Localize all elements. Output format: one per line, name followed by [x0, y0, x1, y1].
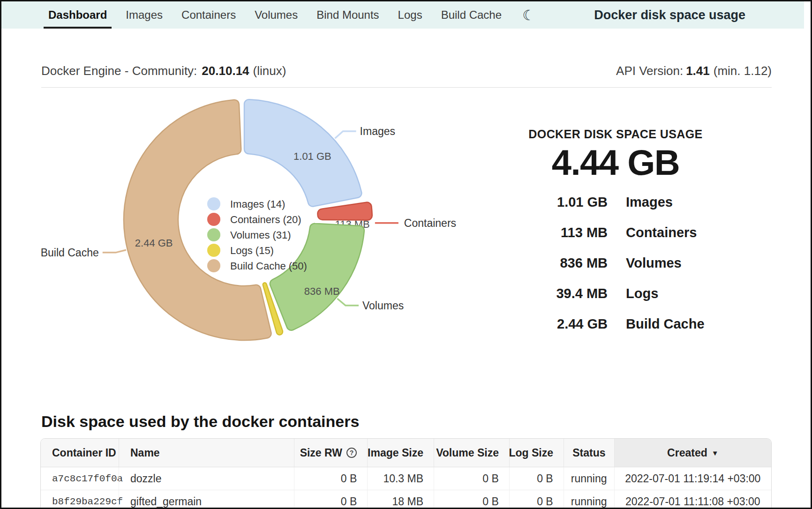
cell-name: dozzle [119, 467, 294, 490]
cell-size-rw: 0 B [294, 467, 367, 490]
callout-label-build-cache: Build Cache [41, 247, 99, 259]
api-version-text: API Version:1.41(min. 1.12) [616, 64, 772, 78]
column-label: Status [572, 447, 605, 459]
cell-status: running [564, 490, 614, 509]
column-header-status[interactable]: Status [564, 439, 614, 467]
legend-label: Images (14) [230, 198, 285, 210]
containers-table: Container IDNameSize RW?Image SizeVolume… [40, 438, 772, 509]
engine-label: Docker Engine - Community: [41, 64, 197, 78]
column-header-size-rw[interactable]: Size RW? [294, 439, 367, 467]
usage-panel-heading: DOCKER DISK SPACE USAGE [489, 127, 742, 141]
legend-item-logs[interactable]: Logs (15) [207, 244, 274, 257]
engine-version: 20.10.14 [202, 64, 249, 78]
legend-item-images[interactable]: Images (14) [207, 197, 285, 210]
api-min-version: (min. 1.12) [714, 64, 772, 78]
cell-log-size: 0 B [509, 490, 564, 509]
segment-containers[interactable] [317, 202, 372, 220]
tab-dashboard[interactable]: Dashboard [48, 1, 107, 29]
api-version: 1.41 [686, 64, 710, 78]
legend-item-build-cache[interactable]: Build Cache (50) [207, 259, 307, 272]
api-label: API Version: [616, 64, 683, 78]
usage-row-label: Volumes [626, 255, 682, 271]
cell-status: running [564, 467, 614, 490]
tab-bind-mounts[interactable]: Bind Mounts [316, 1, 379, 29]
callout-label-containers: Containers [404, 217, 456, 229]
legend-swatch-volumes [207, 228, 220, 241]
usage-row-label: Images [626, 195, 673, 210]
usage-summary-panel: DOCKER DISK SPACE USAGE 4.44 GB 1.01 GBI… [489, 127, 742, 339]
tab-images[interactable]: Images [126, 1, 163, 29]
cell-created: 2022-07-01 11:11:08 +03:00 [614, 490, 771, 509]
usage-row-value: 2.44 GB [489, 316, 608, 332]
app-title: Docker disk space usage [594, 1, 745, 29]
app-window: 1.01 GBImages113 MBContainers836 MBVolum… [0, 0, 812, 509]
legend-swatch-build-cache [207, 259, 220, 272]
usage-row-logs: 39.4 MBLogs [489, 278, 742, 309]
horizontal-divider [41, 87, 772, 88]
callout-label-volumes: Volumes [362, 299, 404, 312]
column-label: Log Size [509, 447, 553, 459]
column-label: Volume Size [436, 447, 499, 459]
legend-item-volumes[interactable]: Volumes (31) [207, 228, 291, 241]
tab-logs[interactable]: Logs [398, 1, 422, 29]
legend-label: Logs (15) [230, 245, 274, 256]
segment-value-label-volumes: 836 MB [304, 285, 340, 297]
usage-row-label: Build Cache [626, 316, 705, 332]
usage-rows: 1.01 GBImages113 MBContainers836 MBVolum… [489, 187, 742, 339]
usage-row-value: 113 MB [489, 225, 608, 240]
usage-row-label: Logs [626, 286, 658, 301]
column-header-volume-size[interactable]: Volume Size [434, 439, 509, 467]
column-label: Image Size [368, 447, 423, 459]
cell-log-size: 0 B [509, 467, 564, 490]
crescent-moon-icon: ☾ [522, 7, 535, 23]
table-row: b8f29ba229cfgifted_germain0 B18 MB0 B0 B… [41, 490, 771, 509]
engine-info-row: Docker Engine - Community:20.10.14(linux… [41, 64, 772, 78]
cell-size-rw: 0 B [294, 490, 367, 509]
sort-desc-icon: ▼ [712, 449, 719, 457]
cell-created: 2022-07-01 11:19:14 +03:00 [614, 467, 771, 490]
segment-value-label-images: 1.01 GB [293, 150, 331, 162]
usage-row-value: 1.01 GB [489, 195, 608, 210]
legend-label: Containers (20) [230, 214, 301, 225]
legend-item-containers[interactable]: Containers (20) [207, 213, 301, 226]
usage-row-label: Containers [626, 225, 697, 240]
column-header-name[interactable]: Name [119, 439, 294, 467]
column-header-container-id[interactable]: Container ID [41, 439, 119, 467]
engine-version-text: Docker Engine - Community:20.10.14(linux… [41, 64, 286, 78]
legend-swatch-containers [207, 213, 220, 226]
legend-swatch-logs [207, 244, 220, 257]
usage-row-build-cache: 2.44 GBBuild Cache [489, 309, 742, 339]
cell-container-id: a7c8c17f0f0a [41, 467, 119, 490]
top-navbar: DashboardImagesContainersVolumesBind Mou… [1, 1, 804, 29]
callout-label-images: Images [360, 125, 395, 137]
dark-mode-toggle[interactable]: ☾ [522, 1, 535, 29]
usage-row-volumes: 836 MBVolumes [489, 248, 742, 278]
tab-build-cache[interactable]: Build Cache [441, 1, 502, 29]
column-header-log-size[interactable]: Log Size [509, 439, 564, 467]
column-label: Name [130, 447, 160, 459]
containers-section-heading: Disk space used by the docker containers [41, 412, 359, 431]
engine-platform: (linux) [253, 64, 286, 78]
table-row: a7c8c17f0f0adozzle0 B10.3 MB0 B0 Brunnin… [41, 467, 771, 490]
legend-label: Volumes (31) [230, 229, 291, 241]
column-label: Created [667, 447, 707, 459]
usage-row-value: 836 MB [489, 255, 608, 271]
column-header-image-size[interactable]: Image Size [367, 439, 434, 467]
column-label: Container ID [52, 447, 116, 459]
cell-volume-size: 0 B [434, 467, 509, 490]
tab-containers[interactable]: Containers [181, 1, 236, 29]
cell-image-size: 10.3 MB [367, 467, 434, 490]
tab-volumes[interactable]: Volumes [255, 1, 298, 29]
column-header-created[interactable]: Created▼ [614, 439, 771, 467]
legend-label: Build Cache (50) [230, 260, 307, 272]
help-icon[interactable]: ? [346, 448, 357, 458]
callout-line-build-cache [103, 250, 126, 253]
cell-container-id: b8f29ba229cf [41, 490, 119, 509]
segment-value-label-build-cache: 2.44 GB [135, 237, 173, 249]
cell-image-size: 18 MB [367, 490, 434, 509]
usage-row-images: 1.01 GBImages [489, 187, 742, 217]
usage-total-value: 4.44 GB [489, 144, 742, 181]
callout-line-images [335, 131, 356, 138]
cell-name: gifted_germain [119, 490, 294, 509]
nav-tabs: DashboardImagesContainersVolumesBind Mou… [48, 1, 502, 29]
